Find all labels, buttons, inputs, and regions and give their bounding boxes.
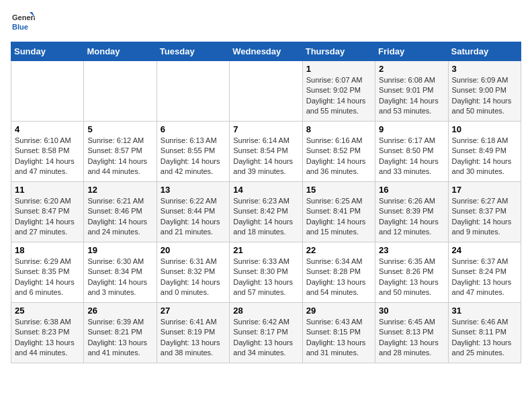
calendar-cell: 4Sunrise: 6:10 AM Sunset: 8:58 PM Daylig… <box>11 122 84 182</box>
calendar-cell: 11Sunrise: 6:20 AM Sunset: 8:47 PM Dayli… <box>11 182 84 242</box>
day-number: 1 <box>306 64 371 74</box>
day-info: Sunrise: 6:13 AM Sunset: 8:55 PM Dayligh… <box>161 136 226 177</box>
day-number: 19 <box>87 245 152 255</box>
calendar-cell: 26Sunrise: 6:39 AM Sunset: 8:21 PM Dayli… <box>84 303 157 363</box>
calendar-cell: 10Sunrise: 6:18 AM Sunset: 8:49 PM Dayli… <box>448 122 521 182</box>
day-info: Sunrise: 6:08 AM Sunset: 9:01 PM Dayligh… <box>379 75 444 117</box>
calendar-cell: 13Sunrise: 6:22 AM Sunset: 8:44 PM Dayli… <box>157 182 229 242</box>
calendar-cell: 14Sunrise: 6:23 AM Sunset: 8:42 PM Dayli… <box>230 182 302 242</box>
day-number: 16 <box>379 185 444 195</box>
calendar-cell: 15Sunrise: 6:25 AM Sunset: 8:41 PM Dayli… <box>302 182 375 242</box>
logo-container: General Blue <box>11 11 35 35</box>
day-info: Sunrise: 6:12 AM Sunset: 8:57 PM Dayligh… <box>87 136 152 177</box>
day-number: 10 <box>452 124 517 134</box>
calendar-cell: 16Sunrise: 6:26 AM Sunset: 8:39 PM Dayli… <box>375 182 448 242</box>
calendar-cell: 31Sunrise: 6:46 AM Sunset: 8:11 PM Dayli… <box>448 303 521 363</box>
day-info: Sunrise: 6:33 AM Sunset: 8:30 PM Dayligh… <box>233 257 298 298</box>
day-info: Sunrise: 6:34 AM Sunset: 8:28 PM Dayligh… <box>306 257 371 298</box>
day-number: 28 <box>233 306 298 316</box>
day-number: 18 <box>15 245 80 255</box>
day-number: 8 <box>306 124 371 134</box>
day-info: Sunrise: 6:14 AM Sunset: 8:54 PM Dayligh… <box>233 136 298 177</box>
calendar-cell <box>230 61 302 122</box>
header-friday: Friday <box>375 42 448 61</box>
day-number: 3 <box>452 64 517 74</box>
day-info: Sunrise: 6:41 AM Sunset: 8:19 PM Dayligh… <box>161 317 226 359</box>
calendar-cell <box>157 61 229 122</box>
day-number: 25 <box>15 306 80 316</box>
day-info: Sunrise: 6:10 AM Sunset: 8:58 PM Dayligh… <box>15 136 80 177</box>
calendar-cell: 28Sunrise: 6:42 AM Sunset: 8:17 PM Dayli… <box>230 303 302 363</box>
week-row-1: 1Sunrise: 6:07 AM Sunset: 9:02 PM Daylig… <box>11 61 521 122</box>
calendar-cell: 22Sunrise: 6:34 AM Sunset: 8:28 PM Dayli… <box>302 242 375 303</box>
calendar-cell: 6Sunrise: 6:13 AM Sunset: 8:55 PM Daylig… <box>157 122 229 182</box>
day-number: 14 <box>233 185 298 195</box>
day-info: Sunrise: 6:27 AM Sunset: 8:37 PM Dayligh… <box>452 196 517 238</box>
day-number: 20 <box>161 245 226 255</box>
calendar-cell: 1Sunrise: 6:07 AM Sunset: 9:02 PM Daylig… <box>302 61 375 122</box>
calendar-cell: 27Sunrise: 6:41 AM Sunset: 8:19 PM Dayli… <box>157 303 229 363</box>
day-number: 9 <box>379 124 444 134</box>
calendar-cell: 8Sunrise: 6:16 AM Sunset: 8:52 PM Daylig… <box>302 122 375 182</box>
day-number: 31 <box>452 306 517 316</box>
day-number: 6 <box>161 124 226 134</box>
calendar-cell: 3Sunrise: 6:09 AM Sunset: 9:00 PM Daylig… <box>448 61 521 122</box>
day-number: 26 <box>87 306 152 316</box>
day-info: Sunrise: 6:43 AM Sunset: 8:15 PM Dayligh… <box>306 317 371 359</box>
calendar-cell: 18Sunrise: 6:29 AM Sunset: 8:35 PM Dayli… <box>11 242 84 303</box>
calendar-cell: 12Sunrise: 6:21 AM Sunset: 8:46 PM Dayli… <box>84 182 157 242</box>
day-number: 12 <box>87 185 152 195</box>
svg-text:General: General <box>12 13 35 21</box>
day-number: 17 <box>452 185 517 195</box>
calendar-table: SundayMondayTuesdayWednesdayThursdayFrid… <box>11 42 521 363</box>
day-number: 24 <box>452 245 517 255</box>
day-number: 7 <box>233 124 298 134</box>
header-monday: Monday <box>84 42 157 61</box>
day-number: 2 <box>379 64 444 74</box>
day-number: 29 <box>306 306 371 316</box>
calendar-cell: 25Sunrise: 6:38 AM Sunset: 8:23 PM Dayli… <box>11 303 84 363</box>
calendar-cell: 30Sunrise: 6:45 AM Sunset: 8:13 PM Dayli… <box>375 303 448 363</box>
day-number: 23 <box>379 245 444 255</box>
day-info: Sunrise: 6:16 AM Sunset: 8:52 PM Dayligh… <box>306 136 371 177</box>
day-info: Sunrise: 6:21 AM Sunset: 8:46 PM Dayligh… <box>87 196 152 238</box>
calendar-cell: 21Sunrise: 6:33 AM Sunset: 8:30 PM Dayli… <box>230 242 302 303</box>
calendar-cell: 2Sunrise: 6:08 AM Sunset: 9:01 PM Daylig… <box>375 61 448 122</box>
calendar-cell <box>11 61 84 122</box>
day-info: Sunrise: 6:38 AM Sunset: 8:23 PM Dayligh… <box>15 317 80 359</box>
day-info: Sunrise: 6:07 AM Sunset: 9:02 PM Dayligh… <box>306 75 371 117</box>
day-number: 5 <box>87 124 152 134</box>
day-info: Sunrise: 6:09 AM Sunset: 9:00 PM Dayligh… <box>452 75 517 117</box>
calendar-cell: 20Sunrise: 6:31 AM Sunset: 8:32 PM Dayli… <box>157 242 229 303</box>
day-info: Sunrise: 6:17 AM Sunset: 8:50 PM Dayligh… <box>379 136 444 177</box>
day-info: Sunrise: 6:42 AM Sunset: 8:17 PM Dayligh… <box>233 317 298 359</box>
day-info: Sunrise: 6:20 AM Sunset: 8:47 PM Dayligh… <box>15 196 80 238</box>
day-info: Sunrise: 6:30 AM Sunset: 8:34 PM Dayligh… <box>87 257 152 298</box>
calendar-cell: 9Sunrise: 6:17 AM Sunset: 8:50 PM Daylig… <box>375 122 448 182</box>
header-sunday: Sunday <box>11 42 84 61</box>
day-number: 11 <box>15 185 80 195</box>
calendar-cell: 19Sunrise: 6:30 AM Sunset: 8:34 PM Dayli… <box>84 242 157 303</box>
header-thursday: Thursday <box>302 42 375 61</box>
day-number: 22 <box>306 245 371 255</box>
day-number: 30 <box>379 306 444 316</box>
day-info: Sunrise: 6:39 AM Sunset: 8:21 PM Dayligh… <box>87 317 152 359</box>
day-info: Sunrise: 6:25 AM Sunset: 8:41 PM Dayligh… <box>306 196 371 238</box>
day-number: 4 <box>15 124 80 134</box>
calendar-cell: 23Sunrise: 6:35 AM Sunset: 8:26 PM Dayli… <box>375 242 448 303</box>
calendar-cell: 7Sunrise: 6:14 AM Sunset: 8:54 PM Daylig… <box>230 122 302 182</box>
day-number: 27 <box>161 306 226 316</box>
day-info: Sunrise: 6:46 AM Sunset: 8:11 PM Dayligh… <box>452 317 517 359</box>
day-info: Sunrise: 6:31 AM Sunset: 8:32 PM Dayligh… <box>161 257 226 298</box>
week-row-4: 18Sunrise: 6:29 AM Sunset: 8:35 PM Dayli… <box>11 242 521 303</box>
day-number: 15 <box>306 185 371 195</box>
day-info: Sunrise: 6:22 AM Sunset: 8:44 PM Dayligh… <box>161 196 226 238</box>
day-info: Sunrise: 6:29 AM Sunset: 8:35 PM Dayligh… <box>15 257 80 298</box>
calendar-cell: 29Sunrise: 6:43 AM Sunset: 8:15 PM Dayli… <box>302 303 375 363</box>
day-info: Sunrise: 6:26 AM Sunset: 8:39 PM Dayligh… <box>379 196 444 238</box>
logo-shape: General Blue <box>11 11 35 35</box>
day-number: 21 <box>233 245 298 255</box>
calendar-header-row: SundayMondayTuesdayWednesdayThursdayFrid… <box>11 42 521 61</box>
day-info: Sunrise: 6:18 AM Sunset: 8:49 PM Dayligh… <box>452 136 517 177</box>
day-info: Sunrise: 6:23 AM Sunset: 8:42 PM Dayligh… <box>233 196 298 238</box>
